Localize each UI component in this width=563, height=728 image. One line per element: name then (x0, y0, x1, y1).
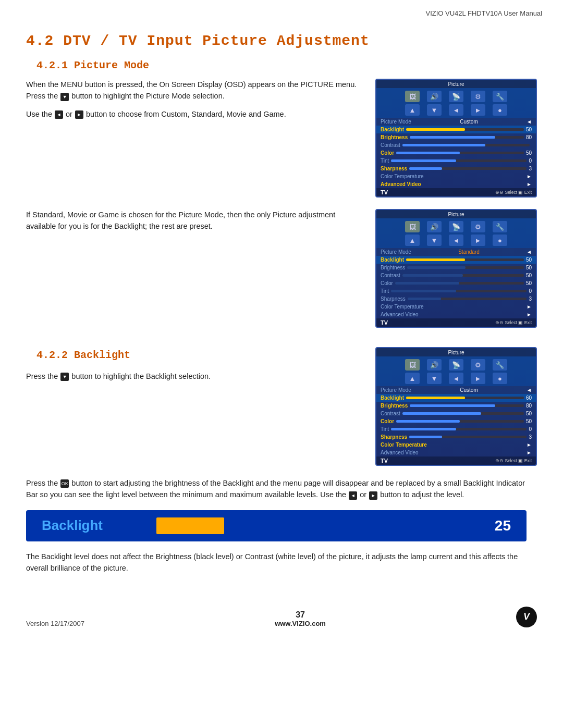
tv1-sub2: ▼ (427, 104, 442, 116)
tv1-row-contrast: Contrast (376, 141, 536, 149)
section-title: 4.2 DTV / TV Input Picture Adjustment (26, 33, 537, 49)
tv2-icon2: 🔊 (427, 221, 442, 232)
tv1-row-backlight: Backlight 50 (376, 126, 536, 133)
tv3-bottom: TV ⊕⊖ Select ▣ Exit (376, 456, 536, 465)
tv3-row-color: Color 50 (376, 417, 536, 425)
page-header: VIZIO VU42L FHDTV10A User Manual (0, 0, 563, 17)
tv3-sub1: ▲ (405, 373, 420, 384)
tv1-sub1: ▲ (405, 104, 420, 116)
tv2-sub2: ▼ (427, 235, 442, 246)
tv3-row-sharpness: Sharpness 3 (376, 433, 536, 441)
tv3-sub4: ► (471, 373, 485, 384)
tv3-icon2: 🔊 (427, 359, 442, 371)
tv1-row-sharpness: Sharpness 3 (376, 165, 536, 172)
tv2-icons-top: 🖼 🔊 📡 ⚙ 🔧 (376, 218, 536, 233)
para6: The Backlight level does not affect the … (26, 551, 537, 574)
tv1-bottom: TV ⊕⊖ Select ▣ Exit (376, 188, 536, 196)
left-nav-icon: ◄ (349, 491, 357, 500)
tv1-sub4: ► (471, 104, 485, 116)
footer-page-number: 37 (275, 610, 326, 620)
subsection2-title: 4.2.2 Backlight (36, 347, 365, 363)
tv3-row-brightness: Brightness 80 (376, 402, 536, 410)
vizio-logo: V (516, 607, 537, 627)
tv2-icon4: ⚙ (471, 221, 485, 232)
tv2-row-brightness: Brightness 50 (376, 264, 536, 272)
right-icon: ► (75, 110, 83, 119)
tv2-sub4: ► (471, 235, 485, 246)
tv2-row-contrast: Contrast 50 (376, 272, 536, 279)
tv1-label: Picture (376, 80, 536, 88)
tv3-row-advvideo: Advanced Video ► (376, 449, 536, 456)
right-nav-icon: ► (369, 491, 377, 500)
tv2-row-backlight: Backlight 50 (376, 256, 536, 264)
tv3-icon1: 🖼 (405, 359, 420, 371)
tv1-icons-top: 🖼 🔊 📡 ⚙ 🔧 (376, 88, 536, 103)
tv2-row-colortemp: Color Temperature ► (376, 303, 536, 311)
tv1-row-color: Color 50 (376, 149, 536, 157)
tv3-row-contrast: Contrast 50 (376, 410, 536, 417)
tv-screenshot-3: Picture 🖼 🔊 📡 ⚙ 🔧 ▲ ▼ ◄ ► ● Picture Mode (375, 347, 537, 466)
backlight-indicator (156, 517, 474, 534)
page-footer: Version 12/17/2007 37 www.VIZIO.com V (0, 601, 563, 638)
tv3-sub2: ▼ (427, 373, 442, 384)
subsection1-title: 4.2.1 Picture Mode (36, 59, 537, 71)
text-column-1: When the MENU button is pressed, the On … (26, 79, 365, 204)
tv2-row-color: Color 50 (376, 279, 536, 287)
tv3-icon4: ⚙ (471, 359, 485, 371)
tv3-sub3: ◄ (449, 373, 463, 384)
para4: Press the ▼ button to highlight the Back… (26, 371, 365, 382)
left-icon: ◄ (55, 110, 63, 119)
tv3-row-tint: Tint 0 (376, 425, 536, 433)
tv3-sub5: ● (493, 373, 507, 384)
tv1-row-mode: Picture Mode Custom ◄ (376, 118, 536, 126)
tv1-icon1: 🖼 (405, 91, 420, 102)
tv2-icon5: 🔧 (493, 221, 507, 232)
tv2-sub5: ● (493, 235, 507, 246)
tv2-row-sharpness: Sharpness 3 (376, 295, 536, 303)
para5: Press the OK button to start adjusting t… (26, 477, 537, 501)
tv3-icon3: 📡 (449, 359, 463, 371)
text-column-3: 4.2.2 Backlight Press the ▼ button to hi… (26, 347, 365, 388)
backlight-indicator-bar: Backlight 25 (26, 510, 527, 541)
text-column-2: If Standard, Movie or Game is chosen for… (26, 209, 365, 334)
down-btn-icon: ▼ (60, 373, 69, 381)
tv1-icon5: 🔧 (493, 91, 507, 102)
backlight-orange-block (156, 517, 224, 534)
tv2-icon1: 🖼 (405, 221, 420, 232)
tv3-row-mode: Picture Mode Custom ◄ (376, 386, 536, 394)
tv-screenshot-1: Picture 🖼 🔊 📡 ⚙ 🔧 ▲ ▼ ◄ ► ● Pict (375, 79, 537, 198)
tv2-sub1: ▲ (405, 235, 420, 246)
tv1-icon2: 🔊 (427, 91, 442, 102)
ok-icon: OK (60, 479, 69, 488)
backlight-value: 25 (485, 517, 511, 534)
para3: If Standard, Movie or Game is chosen for… (26, 209, 365, 232)
tv2-icons-bot: ▲ ▼ ◄ ► ● (376, 233, 536, 248)
tv3-icon5: 🔧 (493, 359, 507, 371)
tv1-row-advvideo: Advanced Video ► (376, 180, 536, 188)
tv1-row-colortemp: Color Temperature ► (376, 172, 536, 180)
tv-screenshot-1-col: Picture 🖼 🔊 📡 ⚙ 🔧 ▲ ▼ ◄ ► ● Pict (375, 79, 537, 204)
tv-screenshot-2: Picture 🖼 🔊 📡 ⚙ 🔧 ▲ ▼ ◄ ► ● Picture Mode (375, 209, 537, 328)
tv3-icons-bot: ▲ ▼ ◄ ► ● (376, 372, 536, 386)
tv-screenshot-2-col: Picture 🖼 🔊 📡 ⚙ 🔧 ▲ ▼ ◄ ► ● Picture Mode (375, 209, 537, 334)
tv1-icon4: ⚙ (471, 91, 485, 102)
backlight-label: Backlight (42, 517, 146, 534)
tv1-row-tint: Tint 0 (376, 157, 536, 165)
tv2-bottom: TV ⊕⊖ Select ▣ Exit (376, 318, 536, 327)
para1: When the MENU button is pressed, the On … (26, 79, 365, 102)
tv3-label: Picture (376, 348, 536, 356)
para2: Use the ◄ or ► button to choose from Cus… (26, 108, 365, 120)
tv2-sub3: ◄ (449, 235, 463, 246)
tv1-sub3: ◄ (449, 104, 463, 116)
tv1-icon3: 📡 (449, 91, 463, 102)
tv2-icon3: 📡 (449, 221, 463, 232)
tv2-row-mode: Picture Mode Standard ◄ (376, 248, 536, 256)
tv1-icons-bot: ▲ ▼ ◄ ► ● (376, 103, 536, 118)
tv2-row-advvideo: Advanced Video ► (376, 311, 536, 318)
tv3-row-colortemp: Color Temperature ► (376, 441, 536, 449)
tv-screenshot-3-col: Picture 🖼 🔊 📡 ⚙ 🔧 ▲ ▼ ◄ ► ● Picture Mode (375, 347, 537, 472)
menu-icon: ▼ (60, 93, 69, 101)
tv3-row-backlight: Backlight 60 (376, 394, 536, 402)
footer-version: Version 12/17/2007 (26, 620, 84, 627)
manual-title: VIZIO VU42L FHDTV10A User Manual (426, 9, 543, 17)
